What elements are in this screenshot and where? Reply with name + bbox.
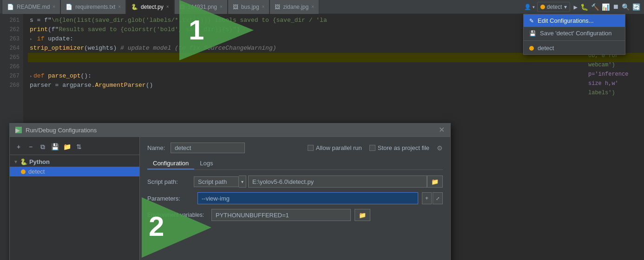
name-row: Name: Allow parallel run Store as projec… [147,143,443,153]
run-toolbar-icons: ▶ 🐛 🔨 📊 ⏹ 🔍 🔄 [574,3,640,11]
tab-configuration[interactable]: Configuration [147,158,194,169]
dialog-title-left: ▶ Run/Debug Configurations [15,127,97,134]
img144931-icon: 🖼 [179,4,185,10]
script-path-row: Script path: Script path ▾ 📁 [147,176,443,188]
detect-icon: 🐍 [131,4,138,10]
sidebar-folder-button[interactable]: 📁 [62,142,72,152]
dialog-title-icon: ▶ [15,127,22,133]
env-row: Environment variables: 📁 [147,209,443,221]
script-browse-button[interactable]: 📁 [427,176,443,188]
update-button[interactable]: 🔄 [632,3,640,11]
dialog-titlebar: ▶ Run/Debug Configurations ✕ [10,124,450,137]
dialog-content: Name: Allow parallel run Store as projec… [140,137,450,260]
dialog-sidebar: + − ⧉ 💾 📁 ⇅ ▼ 🐍 Python detect [10,137,140,260]
top-toolbar: 👤 ▾ detect ▾ ▶ 🐛 🔨 📊 ⏹ 🔍 🔄 [524,0,644,14]
sidebar-toolbar: + − ⧉ 💾 📁 ⇅ [10,141,139,155]
name-label: Name: [147,144,166,151]
bus-icon: 🖼 [233,4,238,10]
close-144931[interactable]: × [220,4,223,9]
name-input[interactable] [171,143,245,153]
dropdown-detect[interactable]: detect [524,42,625,54]
tab-144931[interactable]: 🖼 144931.png × [174,0,228,14]
store-project-label: Store as project file [378,144,429,151]
stop-button[interactable]: ⏹ [612,3,619,11]
dialog-close-button[interactable]: ✕ [439,126,445,134]
params-label: Parameters: [147,195,194,202]
user-avatar-icon: 👤 [524,4,531,11]
close-readme[interactable]: × [53,4,55,9]
dropdown-edit-configurations[interactable]: ✎ Edit Configurations... [524,14,625,27]
sidebar-remove-button[interactable]: − [26,142,36,152]
run-debug-dialog: ▶ Run/Debug Configurations ✕ + − ⧉ 💾 📁 ⇅… [9,123,451,260]
tab-zidane[interactable]: 🖼 zidane.jpg × [269,0,319,14]
dialog-tabs: Configuration Logs [147,158,443,170]
sidebar-detect-dot [21,169,26,174]
script-type-select-wrapper: Script path ▾ [194,176,246,188]
store-project-box [369,145,375,151]
sidebar-sort-button[interactable]: ⇅ [74,142,84,152]
close-detect[interactable]: × [166,4,169,9]
params-row: Parameters: + ⤢ [147,192,443,204]
env-vars-input[interactable] [211,209,351,221]
user-profile[interactable]: 👤 ▾ [524,4,535,11]
sidebar-python-group[interactable]: ▼ 🐍 Python [10,157,139,167]
python-group-arrow: ▼ [13,159,18,164]
zidane-icon: 🖼 [275,4,280,10]
search-button[interactable]: 🔍 [622,3,630,11]
sidebar-detect-item[interactable]: detect [10,167,139,176]
sidebar-add-button[interactable]: + [13,142,24,152]
dialog-body: + − ⧉ 💾 📁 ⇅ ▼ 🐍 Python detect Name: [10,137,450,260]
allow-parallel-box [308,145,314,151]
sidebar-detect-label: detect [28,168,45,175]
save-config-icon: 💾 [529,30,536,37]
debug-button[interactable]: 🐛 [580,3,588,11]
script-path-input[interactable] [248,176,427,188]
requirements-icon: 📄 [66,4,72,10]
tab-detect[interactable]: 🐍 detect.py × [126,0,174,14]
code-line-268: parser = argparse.ArgumentParser() [28,81,644,90]
allow-parallel-label: Allow parallel run [316,144,362,151]
python-group-label: Python [29,158,50,165]
dropdown-save-configuration[interactable]: 💾 Save 'detect' Configuration [524,27,625,39]
allow-parallel-checkbox[interactable]: Allow parallel run [308,144,362,151]
readme-icon: 📄 [7,4,14,10]
profile-button[interactable]: 📊 [602,3,610,11]
python-group-icon: 🐍 [20,158,27,165]
run-config-dropdown-menu: ✎ Edit Configurations... 💾 Save 'detect'… [523,14,625,55]
detect-config-dot-icon [529,46,534,51]
code-line-267: ▸def parse_opt(): [28,72,644,81]
param-action-buttons: + ⤢ [422,192,443,204]
dialog-title-text: Run/Debug Configurations [26,127,97,134]
run-config-dropdown[interactable]: detect ▾ [537,2,570,12]
tab-logs[interactable]: Logs [194,158,218,169]
env-vars-label: Environment variables: [147,212,208,218]
sidebar-copy-button[interactable]: ⧉ [38,142,48,152]
store-project-checkbox[interactable]: Store as project file [369,144,429,151]
config-dot-icon [540,5,545,9]
close-requirements[interactable]: × [118,4,121,9]
env-vars-browse-button[interactable]: 📁 [355,209,370,221]
params-input[interactable] [197,192,418,204]
run-button[interactable]: ▶ [574,3,578,11]
tab-requirements[interactable]: 📄 requirements.txt × [60,0,126,14]
select-arrow-icon: ▾ [239,176,246,188]
store-project-gear-icon[interactable]: ⚙ [437,144,443,152]
param-expand-button[interactable]: ⤢ [433,192,443,204]
dropdown-separator [524,40,625,41]
sidebar-save-button[interactable]: 💾 [50,142,60,152]
tab-bus[interactable]: 🖼 bus.jpg × [228,0,270,14]
script-path-label: Script path: [147,178,194,185]
code-line-266 [28,62,644,72]
close-bus[interactable]: × [262,4,265,9]
tab-bar: 📄 README.md × 📄 requirements.txt × 🐍 det… [0,0,644,14]
build-button[interactable]: 🔨 [591,3,599,11]
edit-config-icon: ✎ [529,18,534,24]
dialog-checkboxes: Allow parallel run Store as project file… [308,144,443,152]
script-type-select[interactable]: Script path [194,176,239,187]
tab-readme[interactable]: 📄 README.md × [2,0,60,14]
param-add-button[interactable]: + [422,192,432,204]
close-zidane[interactable]: × [311,4,314,9]
